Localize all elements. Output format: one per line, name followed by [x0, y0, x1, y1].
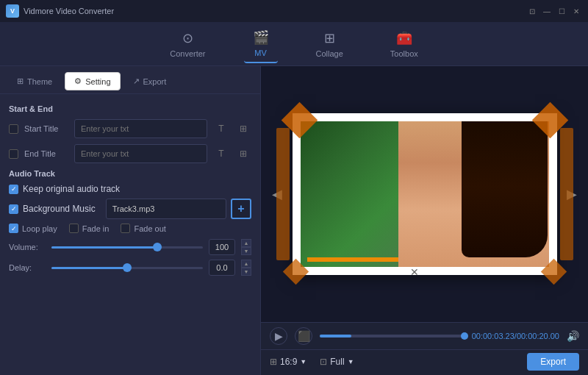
start-title-layout-btn[interactable]: ⊞: [235, 121, 251, 137]
progress-bar[interactable]: [320, 335, 465, 338]
theme-icon: ⊞: [17, 76, 24, 86]
app-name: Vidmore Video Converter: [24, 7, 114, 15]
strip-left: [276, 128, 290, 260]
progress-thumb: [461, 332, 468, 340]
end-title-font-btn[interactable]: T: [213, 146, 229, 162]
panel-tab-theme[interactable]: ⊞ Theme: [7, 72, 62, 90]
loop-play-checkbox[interactable]: ✓: [9, 224, 18, 233]
title-bar: V Vidmore Video Converter ⊡ — ☐ ✕: [0, 0, 588, 22]
export-btn[interactable]: Export: [527, 353, 579, 371]
fade-out-checkbox[interactable]: [121, 224, 130, 233]
volume-btn[interactable]: 🔊: [567, 330, 579, 342]
add-track-btn[interactable]: +: [231, 199, 251, 219]
tab-toolbox-label: Toolbox: [390, 49, 418, 58]
export-icon: ↗: [133, 76, 140, 86]
stop-btn[interactable]: ⬛: [295, 327, 312, 345]
tab-collage-label: Collage: [316, 49, 343, 58]
orange-accent: [307, 257, 398, 262]
fade-in-label[interactable]: Fade in: [69, 224, 110, 233]
hair: [462, 115, 548, 257]
minimize-btn[interactable]: —: [541, 5, 553, 17]
loop-play-label[interactable]: ✓ Loop play: [9, 224, 57, 233]
panel-tab-export-label: Export: [143, 77, 167, 86]
quality-chevron: ▼: [348, 358, 354, 365]
volume-spin[interactable]: ▲ ▼: [241, 239, 251, 255]
panel-tab-setting[interactable]: ⚙ Setting: [65, 72, 120, 90]
preview-bg-left: [295, 115, 412, 273]
panel-tabs: ⊞ Theme ⚙ Setting ↗ Export: [0, 66, 260, 94]
delay-value: 0.0: [209, 260, 235, 276]
nav-tabs: ⊙ Converter 🎬 MV ⊞ Collage 🧰 Toolbox: [0, 22, 588, 66]
end-title-row: End Title T ⊞: [9, 144, 251, 163]
delay-slider[interactable]: [51, 267, 203, 269]
ratio-group[interactable]: ⊞ 16:9 ▼: [270, 357, 306, 367]
tab-collage[interactable]: ⊞ Collage: [307, 26, 352, 63]
tab-converter[interactable]: ⊙ Converter: [161, 26, 214, 63]
panel-tab-theme-label: Theme: [27, 77, 52, 86]
keep-original-row: ✓ Keep original audio track: [9, 184, 251, 194]
player-controls: ▶ ⬛ 00:00:03.23/00:00:20.00 🔊: [261, 322, 588, 349]
title-bar-controls: ⊡ — ☐ ✕: [526, 5, 582, 17]
end-title-checkbox[interactable]: [9, 149, 18, 159]
collage-icon: ⊞: [324, 30, 335, 46]
setting-icon: ⚙: [74, 76, 82, 86]
main-area: ⊞ Theme ⚙ Setting ↗ Export Start & End S…: [0, 66, 588, 375]
bg-music-label: Background Music: [23, 204, 96, 214]
volume-label: Volume:: [9, 243, 46, 251]
maximize-btn[interactable]: ☐: [556, 5, 567, 17]
keep-original-label: Keep original audio track: [23, 184, 120, 194]
progress-fill: [320, 335, 351, 338]
end-title-input[interactable]: [74, 144, 207, 163]
strip-right: [560, 128, 573, 260]
settings-btn[interactable]: ⊡: [526, 5, 538, 17]
title-bar-left: V Vidmore Video Converter: [6, 4, 114, 18]
volume-slider[interactable]: [51, 246, 203, 249]
start-title-checkbox[interactable]: [9, 124, 18, 134]
preview-person: [398, 115, 554, 273]
delay-label: Delay:: [9, 263, 46, 272]
bg-music-checkbox[interactable]: ✓: [9, 204, 18, 214]
preview-inner: [293, 113, 557, 275]
tab-converter-label: Converter: [170, 49, 205, 58]
play-btn[interactable]: ▶: [270, 327, 287, 345]
start-title-font-btn[interactable]: T: [213, 121, 229, 137]
right-panel: ◀: [261, 66, 588, 375]
toolbox-icon: 🧰: [396, 30, 412, 46]
preview-area: ◀: [261, 66, 588, 322]
quality-icon: ⊡: [320, 357, 327, 367]
delay-down-btn[interactable]: ▼: [241, 268, 251, 276]
quality-value: Full: [330, 357, 344, 367]
delay-spin[interactable]: ▲ ▼: [241, 260, 251, 276]
close-preview-btn[interactable]: ✕: [410, 266, 419, 278]
volume-down-btn[interactable]: ▼: [241, 247, 251, 255]
time-display: 00:00:03.23/00:00:20.00: [472, 332, 559, 340]
mv-icon: 🎬: [253, 29, 269, 46]
fade-out-label[interactable]: Fade out: [121, 224, 165, 233]
close-btn[interactable]: ✕: [570, 5, 582, 17]
panel-content: Start & End Start Title T ⊞ End Title T …: [0, 94, 260, 375]
section-start-end: Start & End: [9, 104, 251, 113]
start-title-row: Start Title T ⊞: [9, 119, 251, 138]
tab-mv[interactable]: 🎬 MV: [244, 25, 278, 63]
player-bottom: ⊞ 16:9 ▼ ⊡ Full ▼ Export: [261, 349, 588, 375]
delay-row: Delay: 0.0 ▲ ▼: [9, 260, 251, 276]
end-title-layout-btn[interactable]: ⊞: [235, 146, 251, 162]
panel-tab-setting-label: Setting: [85, 77, 110, 86]
track-input[interactable]: [106, 199, 226, 219]
audio-options-row: ✓ Loop play Fade in Fade out: [9, 224, 251, 233]
app-logo: V: [6, 4, 19, 18]
fade-in-checkbox[interactable]: [69, 224, 79, 233]
panel-tab-export[interactable]: ↗ Export: [123, 72, 176, 90]
preview-frame: [293, 113, 557, 275]
volume-up-btn[interactable]: ▲: [241, 239, 251, 247]
keep-original-checkbox[interactable]: ✓: [9, 185, 18, 194]
start-title-label: Start Title: [24, 124, 68, 133]
tab-toolbox[interactable]: 🧰 Toolbox: [381, 26, 427, 63]
section-audio: Audio Track: [9, 169, 251, 178]
start-title-input[interactable]: [74, 119, 207, 138]
quality-group[interactable]: ⊡ Full ▼: [320, 357, 354, 367]
background-music-row: ✓ Background Music +: [9, 199, 251, 219]
end-title-label: End Title: [24, 149, 68, 158]
delay-up-btn[interactable]: ▲: [241, 260, 251, 268]
converter-icon: ⊙: [182, 30, 193, 46]
